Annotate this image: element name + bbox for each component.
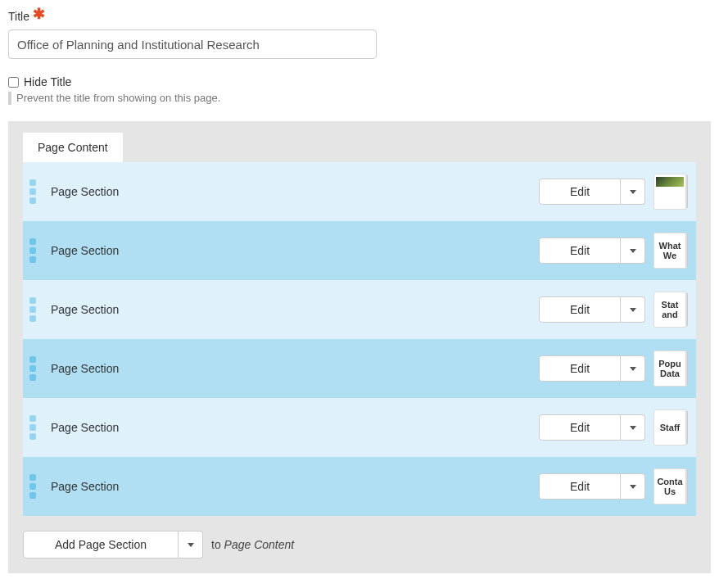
drag-handle-icon[interactable] — [29, 297, 36, 322]
title-label: Title ✱ — [8, 7, 711, 25]
section-preview-text: Popu Data — [654, 359, 685, 378]
page-section-row: Page Section Edit — [23, 162, 696, 221]
edit-dropdown-caret[interactable] — [621, 179, 645, 205]
chevron-down-icon — [630, 485, 636, 489]
help-bar-icon — [8, 92, 11, 105]
add-page-section-button[interactable]: Add Page Section — [23, 531, 179, 559]
drag-handle-icon[interactable] — [29, 179, 36, 204]
page-section-row: Page Section Edit Conta Us — [23, 457, 696, 516]
drag-handle-icon[interactable] — [29, 238, 36, 263]
title-label-text: Title — [8, 10, 29, 23]
edit-dropdown-caret[interactable] — [621, 473, 645, 500]
hide-title-label: Hide Title — [24, 75, 71, 88]
add-suffix-to: to — [211, 538, 221, 551]
edit-dropdown-caret[interactable] — [621, 237, 645, 264]
section-label: Page Section — [51, 362, 119, 375]
tab-strip: Page Content — [8, 121, 711, 162]
page-content-panel: Page Content Page Section Edit Page Sect… — [8, 121, 711, 573]
edit-button[interactable]: Edit — [539, 473, 621, 500]
page-section-row: Page Section Edit Stat and — [23, 280, 696, 339]
edit-dropdown-caret[interactable] — [621, 296, 645, 323]
section-preview-card[interactable]: Popu Data — [653, 351, 686, 387]
add-suffix-text: to Page Content — [211, 538, 294, 551]
section-preview-card[interactable] — [653, 174, 686, 210]
required-asterisk-icon: ✱ — [33, 6, 45, 22]
section-preview-text: Conta Us — [654, 477, 685, 496]
chevron-down-icon — [188, 543, 194, 547]
page-sections-list: Page Section Edit Page Section Edit What — [23, 162, 696, 516]
add-page-section-caret[interactable] — [179, 531, 203, 559]
section-preview-text: What We — [654, 241, 685, 260]
chevron-down-icon — [630, 308, 636, 312]
section-label: Page Section — [51, 185, 119, 198]
title-input[interactable] — [8, 29, 377, 59]
section-preview-card[interactable]: Staff — [653, 409, 686, 446]
chevron-down-icon — [630, 249, 636, 253]
edit-button[interactable]: Edit — [539, 296, 621, 323]
section-preview-text: Stat and — [654, 300, 685, 319]
drag-handle-icon[interactable] — [29, 356, 36, 381]
chevron-down-icon — [630, 190, 636, 194]
edit-dropdown-caret[interactable] — [621, 355, 645, 382]
add-suffix-target: Page Content — [224, 538, 295, 551]
section-preview-image-icon — [656, 177, 684, 187]
drag-handle-icon[interactable] — [29, 474, 36, 499]
section-preview-card[interactable]: Stat and — [653, 292, 686, 328]
hide-title-help: Prevent the title from showing on this p… — [16, 92, 220, 104]
edit-button[interactable]: Edit — [539, 414, 621, 441]
section-label: Page Section — [51, 480, 119, 493]
section-preview-card[interactable]: Conta Us — [653, 468, 686, 504]
page-section-row: Page Section Edit What We — [23, 221, 696, 280]
tab-page-content[interactable]: Page Content — [23, 133, 123, 162]
section-label: Page Section — [51, 303, 119, 316]
section-preview-card[interactable]: What We — [653, 233, 686, 269]
chevron-down-icon — [630, 367, 636, 371]
page-section-row: Page Section Edit Staff — [23, 398, 696, 457]
drag-handle-icon[interactable] — [29, 415, 36, 440]
hide-title-checkbox[interactable] — [8, 77, 19, 88]
page-section-row: Page Section Edit Popu Data — [23, 339, 696, 398]
section-label: Page Section — [51, 421, 119, 434]
chevron-down-icon — [630, 426, 636, 430]
edit-button[interactable]: Edit — [539, 237, 621, 264]
edit-dropdown-caret[interactable] — [621, 414, 645, 441]
edit-button[interactable]: Edit — [539, 179, 621, 205]
section-label: Page Section — [51, 244, 119, 257]
section-preview-text: Staff — [660, 423, 680, 432]
edit-button[interactable]: Edit — [539, 355, 621, 382]
